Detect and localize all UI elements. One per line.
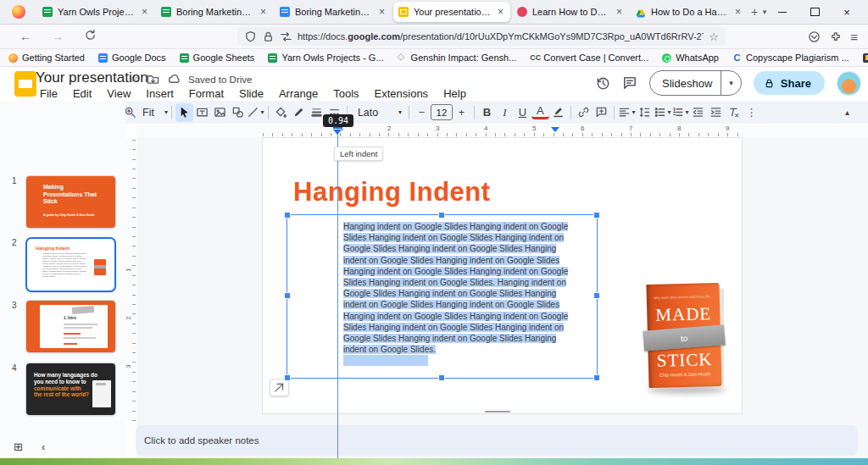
increase-font-size-button[interactable]: + [453,103,470,122]
insert-line-button[interactable]: ▾ [247,103,264,122]
left-indent-marker-triangle[interactable] [333,130,342,135]
selection-handle[interactable] [284,212,291,219]
tab-boring-marketing-internal[interactable]: Boring Marketing Internal - × [156,2,273,22]
forward-button[interactable]: → [46,30,70,43]
pocket-icon[interactable] [808,30,821,43]
tab-close-icon[interactable]: × [140,6,149,18]
slide-thumbnail-2-selected[interactable]: Hanging Indent Hanging indent on Google … [25,237,116,292]
selection-handle[interactable] [593,374,600,381]
selection-handle[interactable] [438,374,445,381]
new-tab-button[interactable]: + [749,5,760,19]
menu-edit[interactable]: Edit [67,86,97,101]
comment-history-icon[interactable] [622,75,637,91]
reload-button[interactable] [78,29,102,44]
insert-image-button[interactable] [211,103,229,122]
text-box-button[interactable] [193,103,211,122]
font-size-input[interactable]: 12 [431,104,453,120]
bookmark-illustrated-novels[interactable]: 7 Illustrated Novels fo... [863,53,868,63]
slide-thumbnail-4[interactable]: How many languages do you need to know t… [25,363,116,416]
window-minimize-button[interactable] [770,2,795,22]
version-history-icon[interactable] [595,75,610,91]
tab-boring-marketing-howto[interactable]: Boring Marketing_How To D × [275,2,392,22]
bookmark-genshin[interactable]: Genshin Impact: Gensh... [398,53,517,63]
hide-menus-button[interactable]: ▴ [845,108,861,117]
selection-handle[interactable] [284,292,291,299]
tab-close-icon[interactable]: × [615,6,624,18]
slide-thumbnail-3[interactable]: 1. Intro [25,300,116,353]
bookmark-star-icon[interactable]: ☆ [709,30,719,43]
insert-link-button[interactable] [575,103,593,122]
bookmark-yarn-owls[interactable]: Yarn Owls Projects - G... [268,53,383,63]
increase-indent-button[interactable] [707,103,725,122]
slide-title[interactable]: Hanging Indent [293,177,491,208]
slideshow-dropdown-icon[interactable]: ▾ [721,79,741,87]
window-close-button[interactable]: × [834,2,860,22]
menu-arrange[interactable]: Arrange [273,86,324,101]
insert-shape-button[interactable] [229,103,247,122]
tab-your-presentation-active[interactable]: Your presentation - Google × [393,2,510,22]
slide-thumbnail-1[interactable]: Making Presentations That Stick A guide … [25,175,116,229]
add-comment-button[interactable] [593,103,610,122]
menu-icon[interactable]: ≡ [850,30,858,44]
autofit-indicator-button[interactable] [270,379,289,396]
clear-formatting-button[interactable] [725,103,743,122]
account-avatar[interactable] [837,71,861,96]
bookmark-convert-case[interactable]: CCConvert Case | Convert... [530,53,648,63]
selection-handle[interactable] [438,212,445,219]
grid-view-button[interactable]: ⊞ [14,440,23,453]
italic-button[interactable]: I [496,103,514,122]
bookmark-whatsapp[interactable]: WhatsApp [662,53,719,63]
bold-button[interactable]: B [478,103,496,122]
text-color-button[interactable]: A [531,105,549,119]
fill-color-button[interactable] [272,103,290,122]
underline-button[interactable]: U [514,103,531,122]
numbered-list-button[interactable]: ▾ [671,103,689,122]
bookmark-getting-started[interactable]: Getting Started [8,53,85,63]
tab-learn-hanging-indent[interactable]: Learn How to Do Hanging I × [512,2,629,22]
line-spacing-button[interactable] [636,103,654,122]
tab-close-icon[interactable]: × [259,6,268,18]
menu-tools[interactable]: Tools [327,86,364,101]
menu-file[interactable]: File [34,86,64,101]
more-options-button[interactable]: ⋮ [743,103,760,122]
bookmark-google-sheets[interactable]: Google Sheets [180,53,255,63]
window-restore-button[interactable] [802,2,827,22]
tab-yarn-owls[interactable]: Yarn Owls Projects - Google × [37,2,154,22]
menu-help[interactable]: Help [437,86,472,101]
font-family-select[interactable]: Lato▾ [351,103,405,122]
border-color-button[interactable] [290,103,308,122]
saved-cloud-icon[interactable] [168,73,181,86]
menu-slide[interactable]: Slide [233,86,270,101]
menu-insert[interactable]: Insert [140,86,180,101]
tab-close-icon[interactable]: × [733,6,743,18]
slide-canvas[interactable]: Hanging Indent Hanging indent on Google … [263,138,742,413]
list-tabs-button[interactable]: ▾ [760,8,770,16]
align-button[interactable]: ▾ [618,103,636,122]
menu-format[interactable]: Format [183,86,230,101]
url-bar[interactable]: https://docs.google.com/presentation/d/1… [237,27,726,46]
selection-handle[interactable] [284,374,291,381]
zoom-select[interactable]: Fit▾ [139,103,168,122]
select-tool-button[interactable] [175,103,193,122]
bookmark-google-docs[interactable]: Google Docs [98,53,166,63]
decrease-indent-button[interactable] [689,103,707,122]
body-text[interactable]: Hanging indent on Google Slides Hanging … [343,221,589,366]
move-folder-icon[interactable] [147,73,159,86]
notes-resize-handle[interactable] [485,411,510,412]
collapse-filmstrip-button[interactable]: ‹ [42,440,45,453]
first-line-indent-marker[interactable] [551,127,559,132]
selection-handle[interactable] [593,212,600,219]
menu-view[interactable]: View [101,86,136,101]
decrease-font-size-button[interactable]: − [413,103,431,122]
tab-how-to-hanging-indent[interactable]: How to Do a Hanging Inde × [631,2,748,22]
bookmark-copyscape[interactable]: CCopyscape Plagiarism ... [732,53,849,63]
highlight-color-button[interactable] [549,103,567,122]
slideshow-button[interactable]: Slideshow ▾ [649,70,742,96]
tab-close-icon[interactable]: × [496,6,505,18]
bulleted-list-button[interactable]: ▾ [654,103,671,122]
tab-close-icon[interactable]: × [377,6,387,18]
menu-extensions[interactable]: Extensions [369,86,435,101]
made-to-stick-book-image[interactable]: Why Some Ideas Survive and Others Die...… [643,282,731,394]
selected-text-box[interactable]: Hanging indent on Google Slides Hanging … [287,214,598,379]
speaker-notes-box[interactable]: Click to add speaker notes [136,425,858,456]
